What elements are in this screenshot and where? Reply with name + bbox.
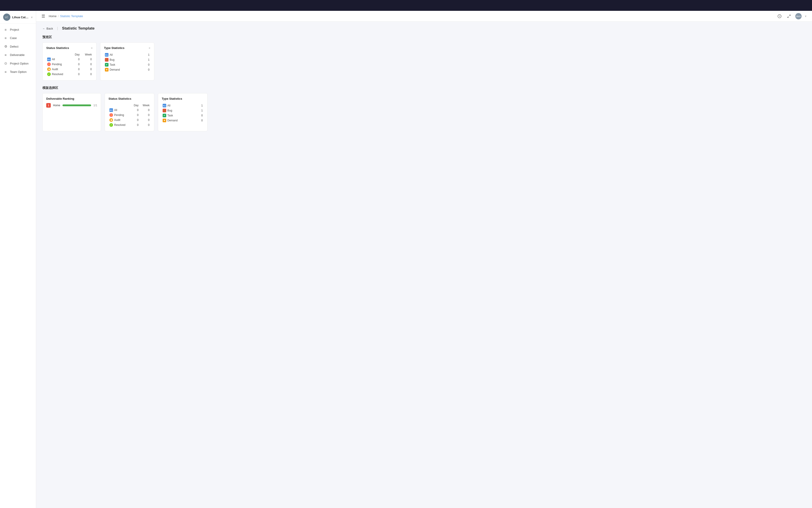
breadcrumb-separator: / [58, 14, 59, 18]
deliverable-icon: ≡ [4, 53, 8, 57]
row-label: ◑ Audit [109, 118, 131, 123]
cell-value: 0 [139, 113, 151, 118]
github-icon-button[interactable] [776, 13, 783, 19]
menu-icon[interactable]: ☰ [42, 14, 45, 19]
sidebar: LC Lihua Cat A... ∨ ≡ Project ≡ Case ⚙ D… [0, 11, 36, 508]
pending-icon: ⚡ [47, 62, 51, 66]
team-option-icon: ≡ [4, 70, 8, 74]
type-stat-table: ALL All 1 🐛 Bug 1 ✔ Task 0 [104, 52, 151, 72]
status-stat-table: Day Week ALL All 0 0 [46, 52, 93, 77]
cell-value: 0 [81, 62, 93, 67]
sidebar-item-team-option[interactable]: ≡ Team Option [0, 68, 36, 76]
all-icon: ALL [47, 57, 51, 61]
sidebar-item-case[interactable]: ≡ Case [0, 34, 36, 42]
deliverable-card-title: Deliverable Ranking [46, 97, 97, 100]
fullscreen-icon-button[interactable] [786, 13, 792, 19]
cell-value: 0 [71, 62, 81, 67]
table-row: ALL All 1 [162, 103, 204, 108]
audit-icon: ◑ [110, 118, 113, 122]
table-row: ✔ Task 0 [104, 62, 151, 67]
close-icon[interactable]: × [148, 46, 151, 50]
table-row: ALL All 1 [104, 52, 151, 57]
row-label: ALL All [46, 57, 71, 62]
col-day: Day [71, 52, 81, 57]
audit-icon: ◑ [47, 68, 51, 71]
demand-icon: ★ [105, 68, 109, 72]
defect-icon: ⚙ [4, 44, 8, 48]
project-icon: ≡ [4, 28, 8, 32]
cell-value: 1 [143, 57, 151, 62]
sidebar-item-defect[interactable]: ⚙ Defect [0, 42, 36, 51]
back-label: Back [46, 27, 53, 30]
sidebar-item-label: Project [10, 28, 19, 31]
svg-line-4 [787, 16, 789, 17]
table-row: ⚡ Pending 0 0 [109, 113, 151, 118]
type-statistics-template-card[interactable]: Type Statistics ALL All 1 🐛 Bug 1 [158, 93, 208, 131]
sidebar-item-label: Defect [10, 45, 18, 48]
row-label: ✔ Task [104, 62, 143, 67]
cell-value: 0 [139, 123, 151, 127]
table-row: ✓ Resolved 0 0 [46, 72, 93, 77]
cell-value: 0 [139, 108, 151, 113]
col-week: Week [139, 103, 151, 108]
chevron-down-icon: ∨ [31, 16, 33, 19]
table-row: ✓ Resolved 0 0 [109, 123, 151, 127]
template-section: 模版选择区 Deliverable Ranking 1 Home 1/1 [42, 86, 806, 131]
row-label: ✓ Resolved [46, 72, 71, 77]
breadcrumb-home[interactable]: Home [49, 14, 57, 18]
sidebar-logo-text: Lihua Cat A... [12, 15, 29, 19]
cell-value: 0 [81, 67, 93, 72]
sidebar-item-label: Team Option [10, 70, 27, 74]
row-label: ALL All [109, 108, 131, 113]
cell-value: 0 [131, 123, 139, 127]
row-label: ★ Demand [162, 118, 197, 123]
table-row: ★ Demand 0 [162, 118, 204, 123]
sidebar-logo[interactable]: LC Lihua Cat A... ∨ [0, 11, 36, 24]
deliverable-fraction: 1/1 [93, 104, 97, 107]
card-title: Status Statistics [109, 97, 131, 100]
col-week: Week [81, 52, 93, 57]
sidebar-item-label: Case [10, 36, 17, 40]
deliverable-row: 1 Home 1/1 [46, 103, 97, 108]
col-label [46, 52, 71, 54]
project-option-icon: ⊙ [4, 61, 8, 66]
preview-cards-row: Status Statistics × Day Week [42, 42, 806, 81]
deliverable-ranking-card[interactable]: Deliverable Ranking 1 Home 1/1 [42, 93, 101, 131]
task-icon: ✔ [105, 63, 109, 67]
template-section-title: 模版选择区 [42, 86, 806, 90]
sidebar-item-project[interactable]: ≡ Project [0, 26, 36, 34]
cell-value: 0 [131, 108, 139, 113]
header-left: ☰ Home / Statistic Template [42, 14, 83, 19]
status-statistics-template-card[interactable]: Status Statistics Day Week [105, 93, 154, 131]
pending-icon: ⚡ [110, 113, 113, 117]
preview-section: 预览区 Status Statistics × Day [42, 35, 806, 81]
status-statistics-preview-card: Status Statistics × Day Week [42, 42, 96, 81]
sidebar-item-deliverable[interactable]: ≡ Deliverable [0, 51, 36, 59]
row-label: ✔ Task [162, 113, 197, 118]
user-chevron-icon[interactable]: ∨ [805, 15, 807, 17]
cell-value: 1 [143, 52, 151, 57]
status-stat-table-template: Day Week ALL All 0 0 [109, 103, 151, 127]
deliverable-name: Home [53, 104, 60, 107]
breadcrumb: Home / Statistic Template [49, 14, 83, 18]
sidebar-item-label: Project Option [10, 62, 29, 65]
col-day: Day [131, 103, 139, 108]
title-separator: | [57, 27, 58, 31]
main-content: ☰ Home / Statistic Template dem ∨ [36, 11, 812, 508]
rank-badge: 1 [46, 103, 51, 108]
svg-line-3 [789, 15, 790, 16]
user-avatar[interactable]: dem [795, 13, 802, 19]
card-header: Status Statistics [109, 97, 151, 100]
close-icon[interactable]: × [91, 46, 93, 50]
row-label: 🐛 Bug [104, 57, 143, 62]
all-icon: ALL [163, 104, 166, 108]
back-button[interactable]: ← Back [42, 27, 53, 30]
row-label: ✓ Resolved [109, 123, 131, 127]
table-row: ✔ Task 0 [162, 113, 204, 118]
table-row: ALL All 0 0 [46, 57, 93, 62]
preview-section-title: 预览区 [42, 35, 806, 39]
cell-value: 0 [71, 67, 81, 72]
resolved-icon: ✓ [110, 123, 113, 127]
sidebar-item-project-option[interactable]: ⊙ Project Option [0, 59, 36, 68]
cell-value: 1 [197, 103, 204, 108]
